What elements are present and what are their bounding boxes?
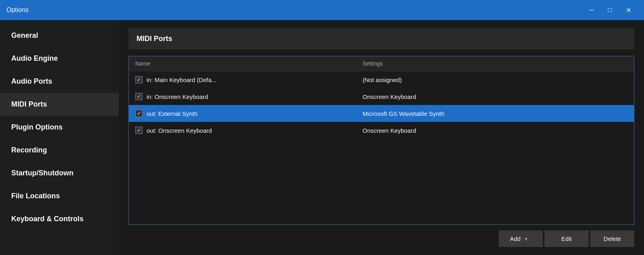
sidebar-item-file-locations[interactable]: File Locations (0, 185, 119, 208)
row-checkbox[interactable] (135, 76, 143, 83)
sidebar-item-audio-engine[interactable]: Audio Engine (0, 47, 119, 70)
table-row[interactable]: in: Main Keyboard (Defa...(Not assigned) (129, 71, 634, 88)
row-checkbox[interactable] (135, 127, 143, 134)
sidebar-item-general[interactable]: General (0, 24, 119, 47)
bottom-bar: Add ▼ Edit Delete (128, 225, 634, 247)
maximize-button[interactable]: □ (601, 0, 619, 20)
row-checkbox[interactable] (135, 110, 143, 117)
delete-button[interactable]: Delete (590, 230, 634, 247)
content-area: MIDI Ports Name Settings in: Main Keyboa… (119, 20, 644, 255)
title-bar: Options ─ □ ✕ (0, 0, 644, 20)
row-name: out: Onscreen Keyboard (147, 127, 212, 134)
sidebar-item-audio-ports[interactable]: Audio Ports (0, 70, 119, 93)
table-header: Name Settings (129, 56, 634, 71)
row-settings: Microsoft GS Wavetable Synth (356, 105, 634, 122)
midi-ports-table-container: Name Settings in: Main Keyboard (Defa...… (128, 56, 634, 225)
edit-button[interactable]: Edit (544, 230, 589, 247)
row-settings: Onscreen Keyboard (356, 88, 634, 105)
midi-ports-table: Name Settings in: Main Keyboard (Defa...… (129, 56, 634, 139)
sidebar-item-plugin-options[interactable]: Plugin Options (0, 116, 119, 139)
table-row[interactable]: out: Onscreen KeyboardOnscreen Keyboard (129, 122, 634, 139)
column-settings: Settings (356, 56, 634, 71)
row-settings: Onscreen Keyboard (356, 122, 634, 139)
section-title: MIDI Ports (128, 28, 634, 49)
window-title: Options (6, 6, 29, 14)
add-button[interactable]: Add ▼ (499, 230, 543, 247)
sidebar-item-startup-shutdown[interactable]: Startup/Shutdown (0, 162, 119, 185)
window-controls: ─ □ ✕ (582, 0, 638, 20)
sidebar-item-midi-ports[interactable]: MIDI Ports (0, 93, 119, 116)
close-button[interactable]: ✕ (619, 0, 638, 20)
sidebar-item-keyboard-controls[interactable]: Keyboard & Controls (0, 208, 119, 230)
row-settings: (Not assigned) (356, 71, 634, 88)
table-body: in: Main Keyboard (Defa...(Not assigned)… (129, 71, 634, 139)
row-name: in: Onscreen Keyboard (147, 93, 208, 100)
main-layout: GeneralAudio EngineAudio PortsMIDI Ports… (0, 20, 644, 255)
minimize-button[interactable]: ─ (582, 0, 601, 20)
column-name: Name (129, 56, 356, 71)
row-checkbox[interactable] (135, 93, 143, 100)
table-row[interactable]: in: Onscreen KeyboardOnscreen Keyboard (129, 88, 634, 105)
sidebar: GeneralAudio EngineAudio PortsMIDI Ports… (0, 20, 119, 255)
table-row[interactable]: out: External SynthMicrosoft GS Wavetabl… (129, 105, 634, 122)
row-name: out: External Synth (147, 110, 198, 117)
row-name: in: Main Keyboard (Defa... (147, 76, 216, 83)
add-dropdown-arrow: ▼ (524, 236, 528, 241)
sidebar-item-recording[interactable]: Recording (0, 139, 119, 162)
